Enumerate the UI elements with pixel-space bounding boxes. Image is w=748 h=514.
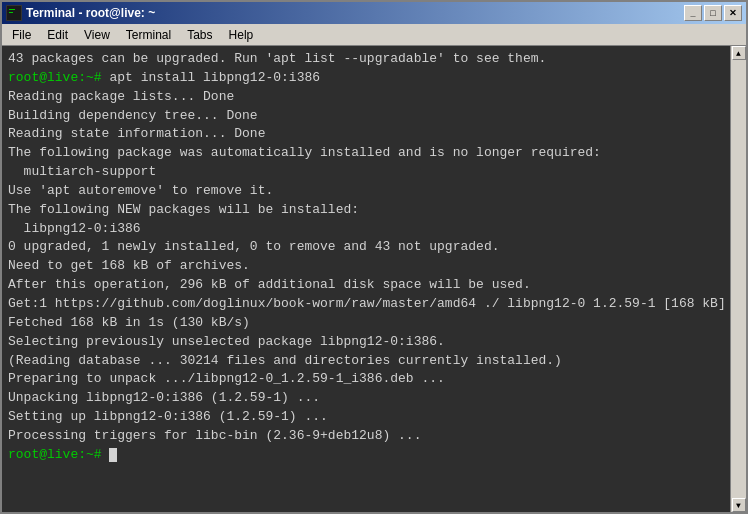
title-bar: Terminal - root@live: ~ _ □ ✕ [2, 2, 746, 24]
terminal-line: (Reading database ... 30214 files and di… [8, 352, 724, 371]
terminal-line: Use 'apt autoremove' to remove it. [8, 182, 724, 201]
terminal-line: root@live:~# [8, 446, 724, 465]
terminal-line: The following NEW packages will be insta… [8, 201, 724, 220]
menu-file[interactable]: File [4, 24, 39, 45]
terminal-line: 43 packages can be upgraded. Run 'apt li… [8, 50, 724, 69]
terminal-line: Processing triggers for libc-bin (2.36-9… [8, 427, 724, 446]
terminal-line: multiarch-support [8, 163, 724, 182]
menu-bar: File Edit View Terminal Tabs Help [2, 24, 746, 46]
svg-rect-2 [9, 12, 13, 13]
terminal-line: root@live:~# apt install libpng12-0:i386 [8, 69, 724, 88]
terminal-line: Need to get 168 kB of archives. [8, 257, 724, 276]
maximize-button[interactable]: □ [704, 5, 722, 21]
title-bar-left: Terminal - root@live: ~ [6, 5, 155, 21]
menu-terminal[interactable]: Terminal [118, 24, 179, 45]
terminal-wrapper: 43 packages can be upgraded. Run 'apt li… [2, 46, 746, 512]
menu-view[interactable]: View [76, 24, 118, 45]
svg-rect-1 [9, 9, 15, 10]
terminal-line: Building dependency tree... Done [8, 107, 724, 126]
menu-tabs[interactable]: Tabs [179, 24, 220, 45]
window-title: Terminal - root@live: ~ [26, 6, 155, 20]
terminal-line: The following package was automatically … [8, 144, 724, 163]
terminal-line: Reading package lists... Done [8, 88, 724, 107]
terminal-line: Get:1 https://github.com/doglinux/book-w… [8, 295, 724, 314]
terminal-icon [6, 5, 22, 21]
terminal-line: 0 upgraded, 1 newly installed, 0 to remo… [8, 238, 724, 257]
terminal-output[interactable]: 43 packages can be upgraded. Run 'apt li… [2, 46, 730, 512]
scroll-down-button[interactable]: ▼ [732, 498, 746, 512]
scrollbar[interactable]: ▲ ▼ [730, 46, 746, 512]
terminal-line: Setting up libpng12-0:i386 (1.2.59-1) ..… [8, 408, 724, 427]
window-controls: _ □ ✕ [684, 5, 742, 21]
scroll-up-button[interactable]: ▲ [732, 46, 746, 60]
terminal-line: After this operation, 296 kB of addition… [8, 276, 724, 295]
terminal-line: Reading state information... Done [8, 125, 724, 144]
close-button[interactable]: ✕ [724, 5, 742, 21]
minimize-button[interactable]: _ [684, 5, 702, 21]
terminal-window: Terminal - root@live: ~ _ □ ✕ File Edit … [0, 0, 748, 514]
terminal-line: Fetched 168 kB in 1s (130 kB/s) [8, 314, 724, 333]
menu-edit[interactable]: Edit [39, 24, 76, 45]
terminal-line: Selecting previously unselected package … [8, 333, 724, 352]
menu-help[interactable]: Help [221, 24, 262, 45]
terminal-line: Preparing to unpack .../libpng12-0_1.2.5… [8, 370, 724, 389]
terminal-line: Unpacking libpng12-0:i386 (1.2.59-1) ... [8, 389, 724, 408]
terminal-line: libpng12-0:i386 [8, 220, 724, 239]
